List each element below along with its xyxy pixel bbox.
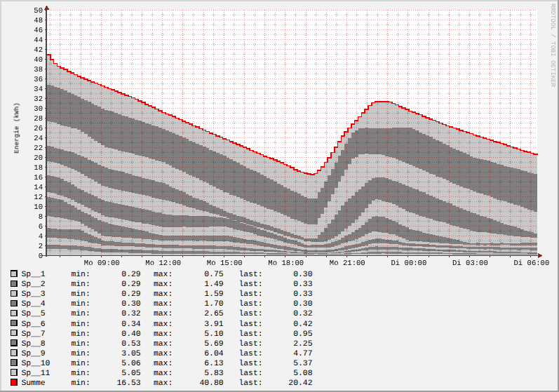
svg-text:5.08: 5.08 [293, 370, 313, 378]
svg-text:28: 28 [34, 115, 43, 123]
svg-text:last:: last: [238, 309, 262, 318]
svg-text:Mo 09:00: Mo 09:00 [84, 259, 120, 268]
svg-text:2.65: 2.65 [204, 310, 224, 318]
svg-text:min:: min: [71, 330, 90, 339]
svg-text:min:: min: [71, 299, 90, 309]
svg-text:Di 00:00: Di 00:00 [391, 259, 426, 268]
svg-text:34: 34 [34, 86, 43, 94]
svg-text:min:: min: [71, 320, 90, 329]
svg-text:Mo 18:00: Mo 18:00 [268, 259, 304, 268]
svg-text:0.33: 0.33 [293, 281, 313, 289]
svg-text:last:: last: [238, 320, 262, 329]
svg-text:min:: min: [71, 369, 90, 378]
svg-text:Sp__9: Sp__9 [21, 350, 45, 358]
svg-text:16.53: 16.53 [117, 379, 141, 388]
svg-text:0.29: 0.29 [121, 271, 141, 279]
svg-text:5.37: 5.37 [293, 360, 312, 368]
svg-text:last:: last: [238, 359, 262, 368]
svg-text:Sp__2: Sp__2 [21, 281, 45, 289]
svg-text:0.53: 0.53 [121, 340, 141, 349]
svg-text:max:: max: [154, 290, 173, 299]
svg-text:18: 18 [34, 164, 43, 173]
svg-text:20.42: 20.42 [288, 379, 312, 388]
svg-text:Sp__3: Sp__3 [21, 290, 45, 299]
svg-text:last:: last: [238, 270, 262, 279]
svg-text:Sp__5: Sp__5 [21, 310, 45, 318]
svg-text:1.59: 1.59 [204, 290, 224, 299]
svg-text:Sp__10: Sp__10 [21, 360, 50, 368]
svg-text:2.25: 2.25 [293, 340, 313, 349]
svg-text:Mo 21:00: Mo 21:00 [330, 259, 365, 268]
svg-text:max:: max: [154, 379, 173, 388]
svg-text:Sp__11: Sp__11 [21, 370, 50, 378]
svg-text:last:: last: [238, 290, 262, 299]
svg-text:1.49: 1.49 [204, 281, 224, 289]
svg-text:Sp__8: Sp__8 [21, 340, 45, 349]
svg-text:0.29: 0.29 [121, 290, 141, 299]
svg-text:3.91: 3.91 [204, 320, 224, 329]
svg-text:last:: last: [238, 339, 262, 349]
svg-text:30: 30 [34, 105, 43, 114]
svg-text:4.77: 4.77 [293, 350, 312, 358]
svg-text:38: 38 [34, 66, 43, 74]
svg-text:40.80: 40.80 [199, 379, 223, 388]
svg-text:0.95: 0.95 [293, 330, 313, 339]
svg-text:min:: min: [71, 270, 90, 279]
svg-text:6: 6 [39, 223, 43, 231]
svg-text:Di 06:00: Di 06:00 [513, 259, 549, 268]
svg-text:Sp__7: Sp__7 [21, 330, 45, 339]
svg-text:0.34: 0.34 [121, 320, 141, 329]
svg-text:0.33: 0.33 [293, 290, 313, 299]
svg-text:Mo 12:00: Mo 12:00 [145, 259, 181, 268]
svg-text:46: 46 [34, 27, 43, 35]
svg-text:5.83: 5.83 [204, 370, 224, 378]
svg-text:0.30: 0.30 [121, 300, 141, 309]
svg-text:max:: max: [154, 360, 173, 368]
svg-text:RRDTOOL / TOBI OETIKER: RRDTOOL / TOBI OETIKER [549, 4, 556, 87]
svg-text:Energie (kWh): Energie (kWh) [13, 102, 20, 154]
svg-text:max:: max: [154, 281, 173, 289]
svg-text:max:: max: [154, 340, 173, 349]
svg-text:0.32: 0.32 [293, 310, 313, 318]
svg-text:max:: max: [154, 350, 173, 358]
svg-text:20: 20 [34, 154, 43, 163]
svg-text:48: 48 [34, 17, 43, 25]
svg-text:6.13: 6.13 [204, 360, 224, 368]
svg-text:8: 8 [39, 213, 43, 222]
svg-text:36: 36 [34, 76, 43, 84]
svg-text:4: 4 [39, 233, 43, 241]
svg-text:1.70: 1.70 [204, 300, 224, 309]
svg-text:40: 40 [34, 56, 43, 65]
svg-text:3.05: 3.05 [121, 350, 141, 358]
svg-text:min:: min: [71, 349, 90, 358]
svg-text:max:: max: [154, 370, 173, 378]
svg-text:0.30: 0.30 [293, 300, 313, 309]
svg-text:last:: last: [238, 280, 262, 289]
svg-text:0.32: 0.32 [121, 310, 141, 318]
svg-text:0.42: 0.42 [293, 320, 313, 329]
svg-text:42: 42 [34, 46, 43, 55]
svg-text:Summe: Summe [21, 379, 45, 388]
svg-text:5.06: 5.06 [121, 360, 141, 368]
svg-text:5.69: 5.69 [204, 340, 224, 349]
svg-text:6.04: 6.04 [204, 350, 224, 358]
svg-text:last:: last: [238, 379, 262, 388]
svg-text:0.30: 0.30 [293, 271, 313, 279]
svg-text:Mo 15:00: Mo 15:00 [207, 259, 243, 268]
svg-text:max:: max: [154, 271, 173, 279]
svg-text:last:: last: [238, 299, 262, 309]
svg-text:Sp__6: Sp__6 [21, 320, 45, 329]
svg-text:0.40: 0.40 [121, 330, 141, 339]
svg-text:50: 50 [34, 7, 43, 15]
svg-text:Di 03:00: Di 03:00 [452, 259, 488, 268]
svg-text:14: 14 [34, 184, 43, 192]
svg-text:Sp__1: Sp__1 [21, 271, 45, 279]
svg-text:44: 44 [34, 36, 43, 45]
svg-text:min:: min: [71, 280, 90, 289]
svg-text:Sp__4: Sp__4 [21, 300, 45, 309]
svg-text:16: 16 [34, 174, 43, 182]
svg-text:min:: min: [71, 339, 90, 349]
svg-text:26: 26 [34, 125, 43, 133]
svg-text:max:: max: [154, 300, 173, 309]
svg-text:0: 0 [39, 252, 43, 261]
